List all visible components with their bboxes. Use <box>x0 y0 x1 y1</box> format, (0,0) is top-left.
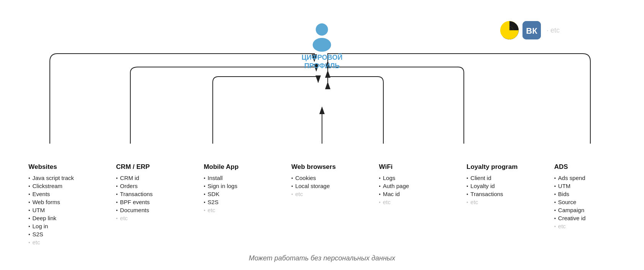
columns-area: Websites Java script track Clickstream E… <box>0 163 644 247</box>
bottom-note: Может работать без персональных данных <box>249 254 395 262</box>
svg-text:ВК: ВК <box>526 26 537 36</box>
list-item: Creative id <box>554 215 616 221</box>
svg-point-9 <box>313 38 331 52</box>
list-item-etc: etc <box>379 199 440 205</box>
top-etc-label: · etc <box>547 26 560 34</box>
vk-icon: ВК <box>522 21 541 39</box>
beeline-icon <box>500 21 519 39</box>
column-items-websites: Java script track Clickstream Events Web… <box>28 175 90 247</box>
column-title-websites: Websites <box>28 163 90 171</box>
list-item: Sign in logs <box>204 183 265 189</box>
column-mobile-app: Mobile App Install Sign in logs SDK S2S … <box>204 163 265 215</box>
list-item: Cookies <box>291 175 353 181</box>
profile-icon-area: ЦИФРОВОЙ ПРОФИЛЬ <box>302 21 343 70</box>
list-item-etc: etc <box>291 191 353 197</box>
list-item: Bids <box>554 191 616 197</box>
list-item: Orders <box>116 183 177 189</box>
diagram-container: ВК · etc <box>0 0 644 270</box>
list-item: CRM id <box>116 175 177 181</box>
column-items-web-browsers: Cookies Local storage etc <box>291 175 353 199</box>
list-item: Auth page <box>379 183 440 189</box>
column-websites: Websites Java script track Clickstream E… <box>28 163 90 247</box>
list-item: Events <box>28 191 90 197</box>
svg-point-8 <box>316 23 328 36</box>
list-item-etc: etc <box>554 223 616 229</box>
column-crm-erp: CRM / ERP CRM id Orders Transactions BPF… <box>116 163 177 223</box>
list-item: Logs <box>379 175 440 181</box>
column-web-browsers: Web browsers Cookies Local storage etc <box>291 163 353 199</box>
list-item-etc: etc <box>116 215 177 221</box>
list-item: Local storage <box>291 183 353 189</box>
list-item: Transactions <box>116 191 177 197</box>
column-items-crm: CRM id Orders Transactions BPF events Do… <box>116 175 177 223</box>
column-items-loyalty: Client id Loyalty id Transactions etc <box>467 175 528 207</box>
list-item-etc: etc <box>28 239 90 245</box>
column-title-ads: ADS <box>554 163 616 171</box>
list-item: S2S <box>28 231 90 237</box>
list-item: Loyalty id <box>467 183 528 189</box>
column-items-wifi: Logs Auth page Mac id etc <box>379 175 440 207</box>
list-item: UTM <box>28 207 90 213</box>
column-ads: ADS Ads spend UTM Bids Source Campaign C… <box>554 163 616 231</box>
list-item: UTM <box>554 183 616 189</box>
profile-label: ЦИФРОВОЙ ПРОФИЛЬ <box>302 54 343 70</box>
list-item: BPF events <box>116 199 177 205</box>
column-title-mobile: Mobile App <box>204 163 265 171</box>
list-item: Java script track <box>28 175 90 181</box>
top-icons-area: ВК · etc <box>500 21 560 39</box>
column-loyalty: Loyalty program Client id Loyalty id Tra… <box>467 163 528 207</box>
list-item: Documents <box>116 207 177 213</box>
list-item: Install <box>204 175 265 181</box>
column-title-loyalty: Loyalty program <box>467 163 528 171</box>
list-item: Web forms <box>28 199 90 205</box>
list-item: Clickstream <box>28 183 90 189</box>
column-title-crm: CRM / ERP <box>116 163 177 171</box>
person-svg <box>307 21 337 52</box>
column-title-wifi: WiFi <box>379 163 440 171</box>
list-item: Log in <box>28 223 90 229</box>
column-wifi: WiFi Logs Auth page Mac id etc <box>379 163 440 207</box>
list-item-etc: etc <box>204 207 265 213</box>
list-item: Client id <box>467 175 528 181</box>
list-item: Deep link <box>28 215 90 221</box>
column-title-web-browsers: Web browsers <box>291 163 353 171</box>
list-item-etc: etc <box>467 199 528 205</box>
column-items-mobile: Install Sign in logs SDK S2S etc <box>204 175 265 215</box>
list-item: Mac id <box>379 191 440 197</box>
list-item: Campaign <box>554 207 616 213</box>
list-item: Transactions <box>467 191 528 197</box>
list-item: SDK <box>204 191 265 197</box>
list-item: Source <box>554 199 616 205</box>
column-items-ads: Ads spend UTM Bids Source Campaign Creat… <box>554 175 616 231</box>
list-item: S2S <box>204 199 265 205</box>
list-item: Ads spend <box>554 175 616 181</box>
